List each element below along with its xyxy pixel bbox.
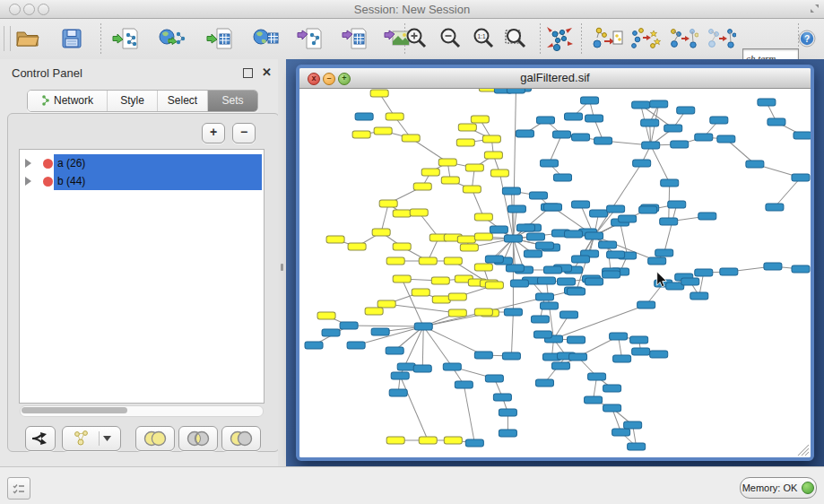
set-from-selection-icon (630, 26, 661, 51)
tab-network[interactable]: Network (28, 91, 108, 111)
memory-status-button[interactable]: Memory: OK (740, 477, 817, 499)
create-set-from-selection-button[interactable] (629, 23, 662, 54)
import-network-url-button[interactable] (156, 23, 188, 54)
create-set-from-file-button[interactable] (592, 23, 624, 54)
zoom-selected-icon (504, 27, 527, 50)
network-window[interactable]: x – + galFiltered.sif (296, 65, 814, 461)
close-panel-icon[interactable]: ✕ (262, 65, 272, 79)
move-set-button[interactable] (705, 23, 737, 54)
graph-node (413, 365, 431, 372)
graph-node (641, 119, 659, 126)
zoom-selected-button[interactable] (499, 23, 532, 54)
zoom-in-button[interactable] (400, 23, 432, 54)
float-panel-icon[interactable] (243, 68, 253, 78)
copy-set-icon (668, 26, 698, 51)
resize-grip-icon[interactable] (798, 445, 809, 456)
zoom-out-button[interactable] (434, 23, 466, 54)
sets-list: a (26) b (44) (19, 149, 265, 404)
import-table-url-button[interactable] (250, 23, 282, 54)
network-set-icon (72, 430, 95, 447)
create-set-combo-button[interactable] (62, 426, 121, 451)
task-list-icon (13, 483, 25, 494)
graph-node (610, 333, 628, 340)
apply-layout-button[interactable] (543, 23, 576, 54)
tab-style[interactable]: Style (108, 91, 158, 111)
graph-node (690, 292, 708, 300)
export-network-button[interactable] (293, 23, 325, 54)
graph-node (504, 235, 522, 242)
export-table-button[interactable] (338, 23, 370, 54)
graph-node (551, 362, 569, 369)
graph-node (499, 409, 516, 416)
set-union-button[interactable] (135, 426, 175, 451)
graph-node (681, 278, 699, 285)
set-difference-button[interactable] (221, 426, 261, 451)
graph-node (660, 218, 678, 225)
import-table-file-button[interactable] (204, 23, 236, 54)
graph-node (531, 316, 549, 323)
export-table-icon (341, 27, 368, 50)
application-window: Session: New Session (0, 0, 824, 504)
graph-node (677, 107, 695, 114)
graph-node (397, 363, 415, 370)
graph-node (455, 381, 473, 388)
graph-node (581, 97, 599, 104)
panel-splitter[interactable] (278, 59, 286, 466)
import-network-file-button[interactable] (109, 23, 142, 54)
set-intersection-button[interactable] (178, 426, 218, 451)
network-canvas[interactable] (299, 89, 811, 457)
tab-label: Select (168, 94, 197, 107)
expander-triangle-icon[interactable] (25, 177, 31, 186)
graph-node (490, 169, 508, 177)
add-set-button[interactable]: + (202, 123, 225, 143)
expander-triangle-icon[interactable] (25, 159, 31, 168)
open-session-button[interactable] (12, 23, 44, 54)
graph-node (421, 169, 439, 176)
graph-node (632, 101, 650, 109)
graph-node (599, 241, 617, 248)
graph-node (432, 296, 450, 303)
fullscreen-icon[interactable] (810, 4, 820, 15)
graph-node (355, 113, 373, 120)
splitter-handle[interactable] (281, 264, 283, 271)
graph-node (768, 118, 785, 126)
import-network-file-icon (112, 27, 139, 50)
set-row-b[interactable]: b (44) (20, 172, 262, 190)
graph-node (444, 437, 462, 444)
graph-node (386, 257, 404, 265)
network-graph[interactable] (299, 89, 811, 457)
help-button[interactable]: ? (794, 23, 820, 54)
graph-node (444, 257, 462, 265)
network-window-titlebar[interactable]: x – + galFiltered.sif (299, 68, 811, 89)
tab-sets[interactable]: Sets (208, 91, 257, 111)
graph-node (485, 256, 503, 263)
split-set-button[interactable] (25, 426, 56, 451)
graph-node (485, 282, 503, 289)
graph-node (393, 210, 411, 217)
tab-select[interactable]: Select (158, 91, 208, 111)
scrollbar-thumb[interactable] (22, 407, 127, 413)
horizontal-scrollbar[interactable] (20, 405, 264, 417)
task-history-button[interactable] (7, 477, 30, 500)
graph-node (764, 263, 782, 270)
set-row-a[interactable]: a (26) (20, 154, 262, 172)
graph-node (535, 379, 553, 387)
graph-node (535, 293, 553, 300)
graph-node (766, 204, 784, 211)
chevron-down-icon (103, 436, 111, 441)
graph-node (638, 301, 655, 308)
graph-node (348, 243, 366, 250)
remove-set-button[interactable]: − (232, 123, 256, 143)
graph-node (516, 224, 534, 231)
toolbar-separator (581, 23, 582, 54)
graph-node (650, 100, 668, 108)
graph-node (710, 117, 728, 124)
graph-node (393, 275, 411, 282)
graph-node (516, 130, 533, 137)
save-session-button[interactable] (56, 23, 88, 54)
graph-node (698, 213, 716, 220)
graph-node (720, 268, 738, 275)
zoom-actual-size-button[interactable]: 1:1 (467, 23, 499, 54)
toolbar-grip[interactable] (4, 26, 11, 51)
copy-set-button[interactable] (667, 23, 699, 54)
